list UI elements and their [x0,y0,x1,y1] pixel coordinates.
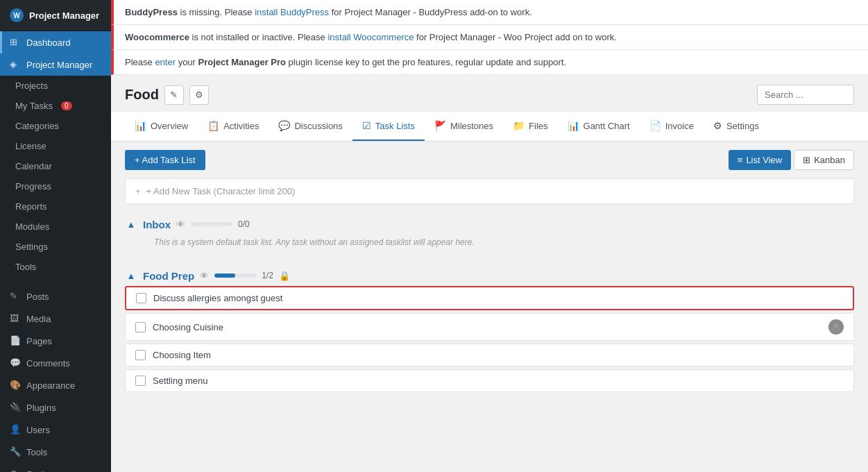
tab-discussions[interactable]: 💬 Discussions [269,112,352,141]
sidebar-item-tools[interactable]: 🔧 Tools [0,441,111,463]
food-prep-collapse-button[interactable]: ▲ [125,269,137,282]
license-text2: your [178,57,198,67]
sidebar-item-pages[interactable]: 📄 Pages [0,330,111,352]
food-prep-visibility-icon[interactable]: 👁 [200,271,209,281]
task-item: Choosing Cuisine [125,313,854,341]
kanban-view-button[interactable]: ⊞ Kanban [794,150,854,170]
food-prep-progress-bar [214,273,256,278]
invoice-icon: 📄 [649,120,661,131]
tab-overview[interactable]: 📊 Overview [125,112,198,141]
tab-milestones[interactable]: 🚩 Milestones [425,112,503,141]
woocommerce-bold: Woocommerce [125,32,189,42]
sidebar-item-label: Project Manager [26,60,92,70]
settings-tab-icon: ⚙ [713,120,722,131]
gantt-icon: 📊 [568,120,579,131]
tab-label: Discussions [294,121,342,131]
pages-icon: 📄 [10,335,21,346]
install-woocommerce-link[interactable]: install Woocommerce [327,32,414,42]
list-view-icon: ≡ [738,155,743,165]
tab-gantt[interactable]: 📊 Gantt Chart [558,112,640,141]
sidebar-item-media[interactable]: 🖼 Media [0,307,111,330]
buddypress-text2: for Project Manager - BuddyPress add-on … [332,7,532,17]
license-bold: Project Manager Pro [198,57,286,67]
sidebar-item-license[interactable]: License [0,136,111,156]
users-icon: 👤 [10,424,21,435]
task-list-food-prep: ▲ Food Prep 👁 1/2 🔒 Discuss allergies am… [125,264,854,392]
list-view-label: List View [746,155,782,165]
sidebar-item-plugins[interactable]: 🔌 Plugins [0,396,111,419]
sidebar-item-label: Media [26,314,51,324]
task-item: Discuss allergies amongst guest [125,286,854,310]
tasklists-icon: ☑ [362,120,371,131]
sidebar-item-projects[interactable]: Projects [0,76,111,96]
sidebar-item-settings[interactable]: Settings [0,237,111,257]
sidebar-item-comments[interactable]: 💬 Comments [0,352,111,374]
buddypress-notice: BuddyPress is missing. Please install Bu… [111,0,868,25]
woocommerce-text1: is not installed or inactive. Please [192,32,328,42]
sidebar-item-calendar[interactable]: Calendar [0,156,111,176]
task-checkbox[interactable] [136,293,146,303]
milestones-icon: 🚩 [434,120,446,131]
tab-activities[interactable]: 📋 Activities [198,112,269,141]
sidebar-item-label: Projects [15,81,48,91]
sidebar-item-label: Reports [15,201,47,212]
search-input[interactable] [757,85,854,105]
inbox-collapse-button[interactable]: ▲ [125,218,137,230]
task-name: Discuss allergies amongst guest [153,293,843,303]
license-notice: Please enter your Project Manager Pro pl… [111,50,868,75]
tab-label: Settings [726,121,759,131]
sidebar-item-label: Tools [26,447,47,457]
sidebar-item-project-manager[interactable]: ◈ Project Manager [0,53,111,76]
project-settings-button[interactable]: ⚙ [189,85,209,105]
sidebar-item-progress[interactable]: Progress [0,176,111,196]
task-name: Settling menu [153,376,844,386]
food-prep-progress-fill [214,273,235,278]
sidebar-item-settings-wp[interactable]: ⚙ Settings [0,463,111,472]
project-title: Food [125,87,159,103]
tabs-bar: 📊 Overview 📋 Activities 💬 Discussions ☑ … [111,112,868,142]
overview-icon: 📊 [135,120,146,131]
inbox-visibility-icon[interactable]: 👁 [176,219,185,230]
sidebar-item-label: Comments [26,358,70,369]
brand-label: Project Manager [29,10,99,21]
tab-files[interactable]: 📁 Files [503,112,557,141]
sidebar-item-label: Calendar [15,161,52,171]
tab-label: Task Lists [375,121,415,131]
files-icon: 📁 [513,120,525,131]
sidebar-item-tools-pm[interactable]: Tools [0,257,111,277]
sidebar-item-appearance[interactable]: 🎨 Appearance [0,374,111,396]
sidebar-item-users[interactable]: 👤 Users [0,419,111,441]
list-view-button[interactable]: ≡ List View [729,150,791,170]
sidebar-item-reports[interactable]: Reports [0,196,111,217]
inbox-description: This is a system default task list. Any … [125,235,854,253]
add-new-task-row[interactable]: + + Add New Task (Character limit 200) [125,178,854,204]
task-checkbox[interactable] [135,350,146,360]
license-text3: plugin license key to get the pro featur… [289,57,566,67]
tab-invoice[interactable]: 📄 Invoice [640,112,704,141]
sidebar-item-posts[interactable]: ✎ Posts [0,285,111,307]
sidebar-item-modules[interactable]: Modules [0,217,111,237]
tab-label: Milestones [450,121,493,131]
task-list-food-prep-header: ▲ Food Prep 👁 1/2 🔒 [125,264,854,286]
task-checkbox[interactable] [135,322,146,332]
add-task-list-button[interactable]: + Add Task List [125,150,205,170]
tab-label: Gantt Chart [584,121,630,131]
sidebar-item-label: Progress [15,181,51,192]
sidebar-item-dashboard[interactable]: ⊞ Dashboard [0,31,111,53]
sidebar-item-label: Tools [15,262,36,272]
sidebar-brand: W Project Manager [0,0,111,31]
license-text1: Please [125,57,155,67]
sidebar-item-label: Dashboard [26,37,71,48]
edit-project-button[interactable]: ✎ [164,85,184,105]
sidebar-item-my-tasks[interactable]: My Tasks 0 [0,96,111,116]
sidebar-item-label: My Tasks [15,101,53,111]
task-checkbox[interactable] [135,376,146,386]
tab-settings[interactable]: ⚙ Settings [704,112,769,141]
sidebar-item-categories[interactable]: Categories [0,116,111,136]
tab-task-lists[interactable]: ☑ Task Lists [352,112,425,141]
enter-license-link[interactable]: enter [155,57,176,67]
install-buddypress-link[interactable]: install BuddyPress [255,7,329,17]
add-task-plus-icon: + [135,186,141,196]
toolbar: + Add Task List ≡ List View ⊞ Kanban [111,142,868,178]
sidebar-item-label: Plugins [26,403,56,413]
